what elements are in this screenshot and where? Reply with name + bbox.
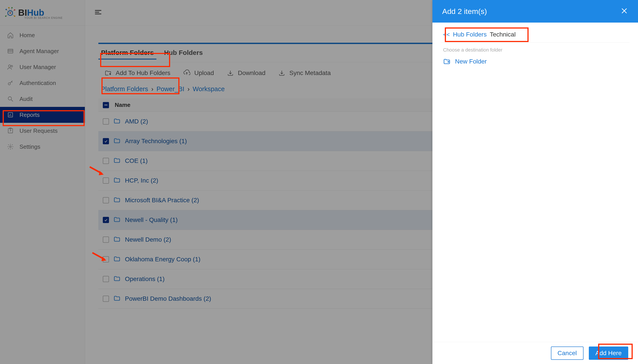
sidebar-item-label: Reports — [20, 112, 40, 118]
row-checkbox[interactable] — [103, 236, 109, 243]
gear-icon — [7, 144, 14, 150]
row-checkbox[interactable] — [103, 256, 109, 262]
folder-label: HCP, Inc (2) — [125, 177, 158, 184]
logo-subtitle: YOUR BI SEARCH ENGINE — [24, 16, 63, 20]
sidebar-item-home[interactable]: Home — [0, 27, 85, 43]
folder-label: Newell - Quality (1) — [125, 216, 178, 224]
sync-button[interactable]: Sync Metadata — [275, 67, 334, 79]
sidebar-item-label: Authentication — [20, 80, 56, 86]
logo-text-hub: Hub — [27, 8, 44, 18]
sidebar-item-label: Settings — [20, 144, 40, 150]
tab-hub-folders[interactable]: Hub Folders — [161, 48, 205, 60]
sidebar-item-label: User Manager — [20, 64, 56, 70]
requests-icon — [7, 128, 14, 134]
add-to-hub-button[interactable]: Add To Hub Folders — [101, 67, 174, 79]
panel-breadcrumb-link[interactable]: Hub Folders — [453, 31, 487, 38]
back-chevrons-icon[interactable]: << — [443, 31, 450, 38]
folder-label: Newell Demo (2) — [125, 236, 171, 243]
hamburger-icon[interactable] — [94, 8, 102, 17]
panel-breadcrumb-current: Technical — [490, 31, 516, 38]
logo-area: BI Hub YOUR BI SEARCH ENGINE — [0, 0, 85, 26]
new-folder-button[interactable]: New Folder — [441, 54, 629, 69]
logo-text-bi: BI — [18, 8, 27, 18]
upload-label: Upload — [194, 70, 214, 76]
svg-rect-14 — [8, 49, 13, 53]
upload-button[interactable]: Upload — [180, 67, 218, 79]
sidebar-item-reports[interactable]: Reports — [0, 107, 85, 123]
breadcrumb-link[interactable]: Workspace — [193, 86, 225, 93]
add-to-hub-label: Add To Hub Folders — [116, 70, 170, 76]
row-checkbox[interactable] — [103, 118, 109, 124]
folder-label: AMD (2) — [125, 118, 148, 125]
folder-label: Array Technologies (1) — [125, 138, 187, 145]
row-checkbox[interactable] — [103, 158, 109, 164]
column-header-name: Name — [115, 102, 130, 108]
users-icon — [7, 64, 14, 70]
svg-point-17 — [9, 65, 11, 67]
agent-icon — [7, 48, 14, 54]
svg-point-18 — [11, 66, 13, 67]
row-checkbox[interactable] — [103, 178, 109, 184]
download-button[interactable]: Download — [223, 67, 269, 79]
chevron-right-icon: › — [151, 86, 153, 93]
row-checkbox[interactable] — [103, 296, 109, 302]
folder-icon — [113, 137, 120, 145]
svg-point-19 — [8, 83, 11, 85]
sidebar-item-label: User Requests — [20, 128, 58, 134]
chevron-right-icon: › — [187, 86, 190, 93]
sidebar-item-label: Audit — [20, 96, 33, 102]
sidebar-item-audit[interactable]: Audit — [0, 91, 85, 107]
sync-label: Sync Metadata — [289, 70, 331, 76]
home-icon — [7, 32, 14, 38]
panel-hint: Choose a destination folder — [441, 43, 629, 54]
folder-icon — [113, 157, 120, 165]
cancel-button[interactable]: Cancel — [551, 346, 583, 360]
sidebar-item-user-requests[interactable]: User Requests — [0, 123, 85, 139]
row-checkbox[interactable] — [103, 197, 109, 203]
svg-line-21 — [11, 100, 13, 102]
folder-label: PowerBI Demo Dashboards (2) — [125, 295, 211, 302]
folder-icon — [113, 295, 120, 303]
sidebar-item-settings[interactable]: Settings — [0, 139, 85, 155]
folder-icon — [113, 196, 120, 204]
sidebar-item-agent-manager[interactable]: Agent Manager — [0, 43, 85, 59]
folder-icon — [113, 176, 120, 184]
svg-line-8 — [6, 10, 10, 13]
sidebar-item-label: Home — [20, 32, 35, 39]
folder-label: Operations (1) — [125, 276, 165, 282]
add-items-panel: Add 2 item(s) << Hub Folders Technical C… — [433, 0, 638, 364]
row-checkbox[interactable] — [103, 138, 109, 144]
sidebar-item-authentication[interactable]: Authentication — [0, 75, 85, 91]
close-icon[interactable] — [620, 7, 628, 16]
folder-icon — [113, 118, 120, 126]
row-checkbox[interactable] — [103, 276, 109, 282]
search-icon — [7, 96, 14, 102]
key-icon — [7, 80, 14, 86]
new-folder-icon — [443, 58, 451, 65]
folder-label: COE (1) — [125, 157, 148, 164]
row-checkbox[interactable] — [103, 217, 109, 223]
sidebar: BI Hub YOUR BI SEARCH ENGINE Home Agent … — [0, 0, 85, 364]
panel-title: Add 2 item(s) — [442, 7, 487, 16]
breadcrumb-link[interactable]: Platform Folders — [101, 86, 148, 93]
reports-icon — [7, 112, 14, 118]
sidebar-item-label: Agent Manager — [20, 48, 59, 55]
folder-icon — [113, 275, 120, 283]
new-folder-label: New Folder — [455, 58, 487, 65]
download-label: Download — [238, 70, 266, 76]
panel-header: Add 2 item(s) — [433, 0, 638, 22]
folder-icon — [113, 255, 120, 263]
breadcrumb-link[interactable]: Power_BI — [156, 86, 184, 93]
tab-platform-folders[interactable]: Platform Folders — [98, 48, 156, 60]
folder-label: Oklahoma Energy Coop (1) — [125, 256, 200, 263]
folder-icon — [113, 216, 120, 224]
panel-breadcrumbs: << Hub Folders Technical — [441, 28, 629, 43]
svg-point-27 — [10, 146, 11, 148]
folder-label: Microsoft BI&A Practice (2) — [125, 197, 199, 204]
folder-icon — [113, 236, 120, 244]
logo-icon — [4, 6, 16, 19]
sidebar-item-user-manager[interactable]: User Manager — [0, 59, 85, 75]
select-all-checkbox[interactable] — [103, 102, 109, 108]
add-here-button[interactable]: Add Here — [589, 346, 628, 360]
svg-point-20 — [8, 97, 12, 100]
